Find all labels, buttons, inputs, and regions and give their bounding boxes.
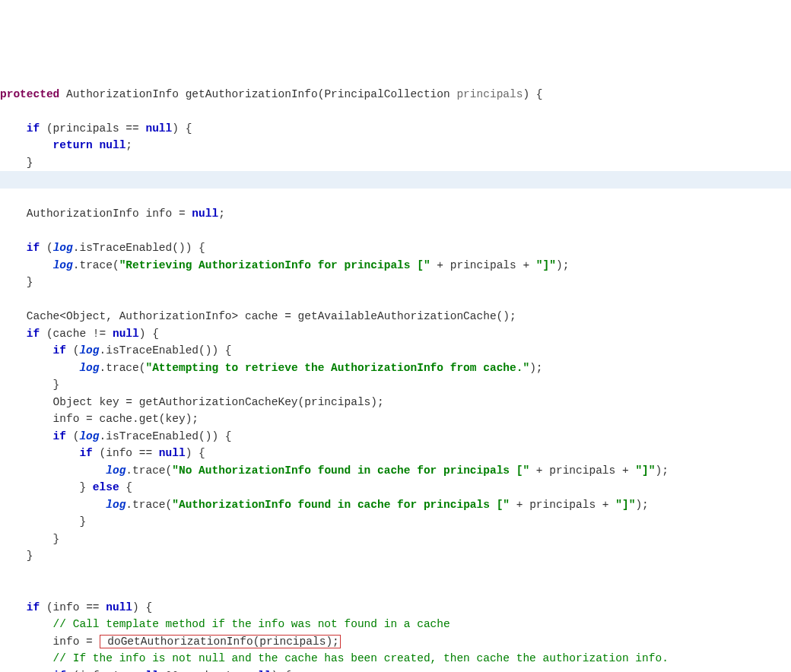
kw-null: null — [145, 122, 172, 135]
t: + principals + — [430, 259, 536, 271]
kw-if: if — [0, 430, 66, 442]
t: (info != — [66, 670, 132, 673]
t: + principals + — [510, 499, 615, 511]
line: info = cache.get(key); — [0, 413, 199, 425]
log: log — [106, 464, 125, 477]
line: if (info != null && cache != null) { — [0, 670, 291, 673]
t: ) { — [523, 88, 542, 100]
str: "]" — [536, 259, 556, 271]
t: ) { — [132, 601, 152, 613]
t: AuthorizationInfo info = — [0, 208, 192, 220]
line: } — [0, 550, 33, 562]
t: && cache != — [159, 670, 245, 673]
code-block: protected AuthorizationInfo getAuthoriza… — [0, 68, 791, 672]
kw-null: null — [159, 447, 186, 459]
line: Object key = getAuthorizationCacheKey(pr… — [0, 396, 384, 408]
kw-if: if — [0, 328, 40, 340]
t: ( — [40, 242, 52, 254]
log: log — [53, 242, 73, 254]
line: } — [0, 276, 33, 288]
t: ; — [125, 139, 132, 151]
line: log.trace("AuthorizationInfo found in ca… — [0, 499, 649, 511]
highlighted-call: doGetAuthorizationInfo(principals); — [100, 635, 341, 648]
t: ); — [656, 464, 669, 477]
kw-if: if — [0, 344, 66, 357]
line: } — [0, 533, 59, 545]
line: log.trace("Attempting to retrieve the Au… — [0, 362, 543, 374]
line: if (log.isTraceEnabled()) { — [0, 242, 205, 254]
t: + principals + — [529, 464, 635, 477]
line: log.trace("Retrieving AuthorizationInfo … — [0, 259, 569, 271]
param: principals — [456, 88, 523, 100]
t: ( — [66, 344, 79, 357]
t: (info == — [93, 447, 159, 459]
kw-else: else — [93, 481, 119, 493]
line: if (principals == null) { — [0, 122, 192, 135]
line: protected AuthorizationInfo getAuthoriza… — [0, 88, 543, 100]
t: ; — [218, 208, 225, 220]
t: .isTraceEnabled()) { — [73, 242, 205, 254]
t: .trace( — [125, 464, 172, 477]
t: ); — [529, 362, 542, 374]
line: // Call template method if the info was … — [0, 618, 450, 630]
kw-null: null — [113, 328, 139, 340]
kw-protected: protected — [0, 88, 59, 100]
line: if (log.isTraceEnabled()) { — [0, 344, 232, 357]
t — [0, 499, 106, 511]
log: log — [53, 259, 73, 271]
kw-null: null — [245, 670, 272, 673]
t: AuthorizationInfo getAuthorizationInfo(P… — [59, 88, 456, 100]
kw-if: if — [0, 447, 93, 459]
line: // If the info is not null and the cache… — [0, 652, 669, 664]
log: log — [79, 344, 99, 357]
str: "Retrieving AuthorizationInfo for princi… — [119, 259, 430, 271]
line: info = doGetAuthorizationInfo(principals… — [0, 635, 341, 648]
str: "No AuthorizationInfo found in cache for… — [172, 464, 529, 477]
t — [0, 464, 106, 477]
line: if (log.isTraceEnabled()) { — [0, 430, 232, 442]
t: .trace( — [100, 362, 146, 374]
line: } else { — [0, 481, 132, 493]
line: if (info == null) { — [0, 447, 205, 459]
str: "]" — [635, 464, 655, 477]
line: Cache<Object, AuthorizationInfo> cache =… — [0, 310, 516, 322]
log: log — [79, 430, 99, 442]
line: return null; — [0, 139, 132, 151]
line: } — [0, 379, 59, 391]
t: ) { — [272, 670, 291, 673]
kw-if: if — [0, 122, 40, 135]
line: if (cache != null) { — [0, 328, 159, 340]
t: (cache != — [40, 328, 113, 340]
line: } — [0, 515, 86, 528]
str: "AuthorizationInfo found in cache for pr… — [172, 499, 510, 511]
comment: // Call template method if the info was … — [0, 618, 450, 630]
t: } — [0, 481, 93, 493]
log: log — [79, 362, 99, 374]
line: if (info == null) { — [0, 601, 152, 613]
t: .isTraceEnabled()) { — [100, 344, 232, 357]
line: log.trace("No AuthorizationInfo found in… — [0, 464, 669, 477]
kw-return-null: return null — [0, 139, 125, 151]
t: .isTraceEnabled()) { — [100, 430, 232, 442]
kw-null: null — [132, 670, 159, 673]
t: ); — [635, 499, 648, 511]
t — [0, 362, 79, 374]
t: (principals == — [40, 122, 145, 135]
line: } — [0, 157, 33, 169]
kw-if: if — [0, 242, 40, 254]
t: ); — [556, 259, 569, 271]
comment: // If the info is not null and the cache… — [0, 652, 669, 664]
t: ) { — [139, 328, 159, 340]
kw-if: if — [0, 601, 40, 613]
t: .trace( — [73, 259, 119, 271]
kw-null: null — [106, 601, 132, 613]
str: "]" — [615, 499, 635, 511]
t: info = — [0, 636, 100, 648]
t — [0, 259, 53, 271]
line: AuthorizationInfo info = null; — [0, 208, 225, 220]
t: .trace( — [125, 499, 172, 511]
t: ( — [66, 430, 79, 442]
log: log — [106, 499, 125, 511]
t: ) { — [172, 122, 192, 135]
t: { — [119, 481, 132, 493]
